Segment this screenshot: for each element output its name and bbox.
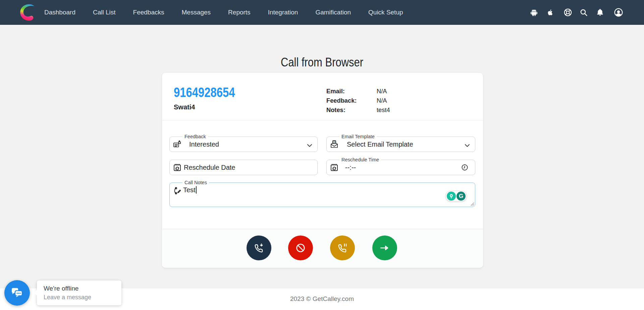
nav-item-gamification[interactable]: Gamification: [307, 9, 360, 16]
email-label: Email:: [326, 87, 377, 96]
page-title: Call from Browser: [0, 56, 644, 69]
feedback-selected-value: Interested: [189, 141, 219, 148]
feedback-icon: [173, 140, 182, 149]
notes-label: Notes:: [326, 105, 377, 115]
chat-widget-button[interactable]: [4, 280, 30, 306]
text-cursor: [196, 186, 197, 194]
chat-tooltip[interactable]: We're offline Leave a message: [37, 280, 121, 305]
info-row-feedback: Feedback: N/A: [326, 96, 390, 105]
email-template-select[interactable]: Email Template @ Select Email Template: [326, 137, 475, 152]
grammarly-suggestion-icon[interactable]: [447, 192, 456, 201]
phone-number[interactable]: 9164928654: [174, 85, 235, 100]
reschedule-date-placeholder: Reschedule Date: [184, 164, 235, 171]
chat-status-text: We're offline: [44, 285, 121, 292]
feedback-field-label: Feedback: [182, 134, 208, 140]
nav-item-quick-setup[interactable]: Quick Setup: [360, 9, 412, 16]
info-row-notes: Notes: test4: [326, 105, 390, 115]
nav-item-call-list[interactable]: Call List: [84, 9, 124, 16]
notes-value: test4: [377, 105, 390, 115]
next-call-button[interactable]: [372, 236, 397, 260]
clock-icon[interactable]: [461, 164, 468, 171]
calley-logo[interactable]: [17, 2, 38, 22]
call-notes-value: Test: [183, 186, 197, 194]
feedback-select[interactable]: Feedback Interested: [169, 137, 318, 152]
navbar: Dashboard Call List Feedbacks Messages R…: [0, 0, 644, 25]
end-call-button[interactable]: [247, 236, 271, 260]
svg-text:@: @: [333, 141, 336, 144]
account-icon[interactable]: [613, 7, 624, 17]
info-row-email: Email: N/A: [326, 87, 390, 96]
reschedule-date-input[interactable]: Reschedule Date: [169, 160, 318, 175]
chat-action-text: Leave a message: [44, 294, 121, 301]
nav-item-feedbacks[interactable]: Feedbacks: [124, 9, 173, 16]
call-card: 9164928654 Swati4 Email: N/A Feedback: N…: [162, 73, 483, 268]
resize-handle[interactable]: [470, 201, 474, 206]
notifications-icon[interactable]: [596, 8, 604, 17]
card-header-divider: [162, 120, 483, 120]
calendar-reschedule-icon: [173, 163, 182, 172]
contact-info: Email: N/A Feedback: N/A Notes: test4: [326, 87, 390, 115]
call-from-browser-page: Dashboard Call List Feedbacks Messages R…: [0, 0, 644, 310]
card-footer: [162, 229, 483, 268]
nav-item-dashboard[interactable]: Dashboard: [36, 9, 84, 16]
contact-name: Swati4: [174, 103, 195, 111]
call-notes-field-label: Call Notes: [182, 180, 209, 186]
email-value: N/A: [377, 87, 387, 96]
nav-item-integration[interactable]: Integration: [259, 9, 307, 16]
calendar-reschedule-icon: [330, 163, 339, 172]
feedback-label: Feedback:: [326, 96, 377, 105]
search-icon[interactable]: [580, 8, 588, 17]
support-icon[interactable]: [564, 8, 573, 17]
reschedule-time-field-label: Reschedule Time: [339, 157, 381, 163]
call-notes-textarea[interactable]: Call Notes Test: [169, 183, 475, 207]
feedback-value: N/A: [377, 96, 387, 105]
email-template-icon: @: [330, 140, 339, 149]
call-notes-icon: [172, 186, 181, 195]
chevron-down-icon: [307, 143, 312, 146]
chevron-down-icon: [465, 143, 470, 146]
hold-call-button[interactable]: [330, 236, 355, 260]
apple-icon[interactable]: [546, 8, 554, 16]
nav-item-reports[interactable]: Reports: [219, 9, 259, 16]
reschedule-time-input[interactable]: Reschedule Time --:--: [326, 160, 475, 175]
email-template-selected-value: Select Email Template: [347, 141, 413, 148]
grammarly-widget[interactable]: G: [445, 191, 467, 202]
android-icon[interactable]: [530, 8, 538, 17]
block-call-button[interactable]: [288, 236, 313, 260]
email-template-field-label: Email Template: [339, 134, 377, 140]
reschedule-time-value: --:--: [345, 164, 356, 171]
nav-menu: Dashboard Call List Feedbacks Messages R…: [36, 0, 412, 25]
grammarly-logo-icon[interactable]: G: [457, 192, 466, 201]
nav-item-messages[interactable]: Messages: [173, 9, 219, 16]
